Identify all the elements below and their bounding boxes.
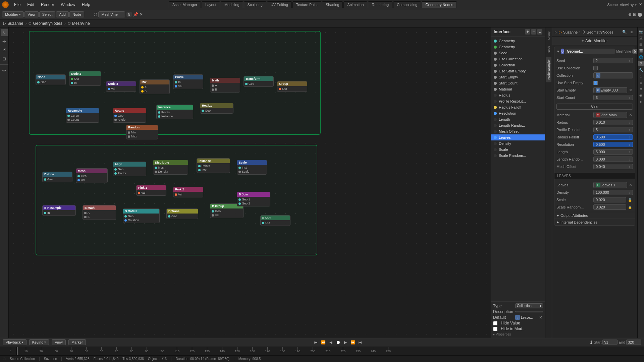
playback-btn[interactable]: Playback xyxy=(3,339,26,345)
scale-random-value[interactable]: 0.020 xyxy=(593,204,626,210)
iface-item-5[interactable]: Use Start Empty xyxy=(491,68,545,74)
next-frame-btn[interactable]: ⏩ xyxy=(350,339,356,345)
node-3[interactable]: Node 3 Val xyxy=(106,81,136,92)
node-b6[interactable]: Scale Inst Scale xyxy=(237,160,267,175)
start-empty-clear-btn[interactable]: ✕ xyxy=(628,88,633,93)
stop-btn[interactable]: ⏺ xyxy=(335,339,341,345)
node-11[interactable]: Instance Points Instance xyxy=(156,105,193,119)
tab-animation[interactable]: Animation xyxy=(343,1,367,8)
node-2[interactable]: Node 2 Out In xyxy=(69,71,101,86)
object-icon[interactable]: ▽ xyxy=(638,61,644,66)
node-b9[interactable]: B Rotate Geo Rotation xyxy=(123,208,160,223)
interface-collapse-btn[interactable]: ⌄ xyxy=(537,29,542,35)
rotate-tool-btn[interactable]: ↺ xyxy=(1,46,8,54)
menu-render[interactable]: Render xyxy=(38,2,57,8)
skip-end-btn[interactable]: ⏭ xyxy=(357,339,363,345)
density-value[interactable]: 100.000 ↕ xyxy=(593,190,633,195)
start-empty-value[interactable]: E Empty.003 xyxy=(593,87,627,93)
iface-item-10[interactable]: Profile Resolut... xyxy=(491,98,545,104)
node-13[interactable]: Random Min Max xyxy=(126,125,158,139)
node-9[interactable]: Resample Curve Count xyxy=(66,108,99,123)
constraints-icon[interactable]: ⊗ xyxy=(638,86,644,92)
node-canvas[interactable]: Node Geo Node 2 Out In Node 3 Val Mix xyxy=(9,27,545,338)
hide-in-mod-checkbox[interactable] xyxy=(493,327,497,331)
node-b7[interactable]: B Resample In xyxy=(42,205,76,216)
particles-icon[interactable]: ◇ xyxy=(638,73,644,79)
add-btn[interactable]: Add xyxy=(56,11,69,17)
iface-item-7[interactable]: Start Count xyxy=(491,80,545,86)
world-icon[interactable]: 🌐 xyxy=(638,54,644,60)
filter-icon-btn[interactable]: ≡ xyxy=(629,29,635,35)
use-start-empty-value[interactable]: ✓ xyxy=(593,81,633,85)
timeline-marks[interactable]: 1 10 20 30 40 50 xyxy=(0,347,644,355)
node-6[interactable]: Math A B xyxy=(210,78,240,93)
node-b5[interactable]: Instance Points Inst xyxy=(197,158,230,173)
tab-uv-editing[interactable]: UV Editing xyxy=(267,1,292,8)
iface-item-9[interactable]: Radius xyxy=(491,92,545,98)
collection-value[interactable]: C xyxy=(593,72,633,78)
menu-help[interactable]: Help xyxy=(79,2,93,8)
grid-icon[interactable]: ⊞ xyxy=(633,12,636,17)
node-editor[interactable]: Node Geo Node 2 Out In Node 3 Val Mix xyxy=(9,27,545,338)
node-1[interactable]: Node Geo xyxy=(36,74,66,85)
radius-falloff-value[interactable]: 0.500 ↕ xyxy=(593,134,633,140)
prev-frame-btn[interactable]: ⏪ xyxy=(320,339,326,345)
vtab-node[interactable]: Node xyxy=(546,43,551,56)
vtab-node-wrangler[interactable]: Node Wrangler xyxy=(546,57,551,82)
view-btn-tl[interactable]: View xyxy=(52,339,66,345)
move-tool-btn[interactable]: ✛ xyxy=(1,38,8,45)
scale-random-lock-icon[interactable]: 🔒 xyxy=(627,204,633,210)
radius-value[interactable]: 0.010 ↕ xyxy=(593,120,633,125)
iface-item-11[interactable]: Radius Falloff xyxy=(491,104,545,110)
breadcrumb-item-1[interactable]: GeometryNodes xyxy=(33,21,62,26)
output-icon[interactable]: 🖼 xyxy=(638,35,644,41)
select-btn[interactable]: Select xyxy=(39,11,56,17)
mesh-offset-value[interactable]: 0.040 ↕ xyxy=(593,164,633,169)
node-pink-1[interactable]: Pink 1 Val xyxy=(136,185,166,196)
iface-item-13[interactable]: Length xyxy=(491,116,545,122)
menu-file[interactable]: File xyxy=(11,2,23,8)
node-10[interactable]: Rotate Geo Angle xyxy=(113,108,146,123)
menu-edit[interactable]: Edit xyxy=(24,2,37,8)
length-rando-value[interactable]: 0.000 ↕ xyxy=(593,157,633,162)
select-tool-btn[interactable]: ↖ xyxy=(1,29,8,36)
node-b1[interactable]: BNode Geo xyxy=(42,172,72,182)
node-pink-2[interactable]: Pink 2 Val xyxy=(173,187,203,197)
breadcrumb-item-0[interactable]: Suzanne xyxy=(7,21,23,26)
tab-shading[interactable]: Shading xyxy=(322,1,343,8)
datablock-name[interactable]: MeshVine xyxy=(98,11,125,17)
material-value[interactable]: M Vine Main xyxy=(593,112,627,118)
data-icon[interactable]: ◉ xyxy=(638,93,644,98)
menu-window[interactable]: Window xyxy=(58,2,78,8)
seed-value[interactable]: 2 ↕ xyxy=(593,58,633,63)
node-b4[interactable]: Distribute Mesh Density xyxy=(153,160,188,175)
output-attributes-section[interactable]: ▸ Output Attributes xyxy=(554,212,635,219)
resolution-value[interactable]: 0.500 ↕ xyxy=(593,142,633,147)
iface-item-18[interactable]: Scale xyxy=(491,146,545,153)
leaves-clear-btn[interactable]: ✕ xyxy=(628,183,633,187)
node-5[interactable]: Curve In Val xyxy=(173,74,203,89)
tab-asset-manager[interactable]: Asset Manager xyxy=(169,1,201,8)
modifier-strip-icon[interactable]: 🔧 xyxy=(638,67,644,72)
tab-sculpting[interactable]: Sculpting xyxy=(244,1,266,8)
tab-geometry-nodes[interactable]: Geometry Nodes xyxy=(422,1,457,8)
play-back-btn[interactable]: ◀ xyxy=(328,339,334,345)
node-7[interactable]: Transform Geo xyxy=(244,76,274,87)
hidevalue-row[interactable]: Hide Value xyxy=(493,321,543,325)
iface-item-19[interactable]: Scale Random... xyxy=(491,153,545,159)
zoom-icon[interactable]: ⊕ xyxy=(628,12,632,17)
marker-btn[interactable]: Marker xyxy=(68,339,86,345)
vtab-group[interactable]: Group xyxy=(546,29,551,43)
material-clear-btn[interactable]: ✕ xyxy=(628,113,633,117)
pin-icon[interactable]: 📌 xyxy=(133,12,138,17)
interface-remove-btn[interactable]: − xyxy=(531,29,536,35)
node-b12[interactable]: B Join Geo 1 Geo 2 xyxy=(237,192,270,206)
iface-item-8[interactable]: Material xyxy=(491,86,545,92)
iface-item-16[interactable]: Leaves xyxy=(491,134,545,140)
keying-btn[interactable]: Keying xyxy=(29,339,49,345)
add-modifier-btn[interactable]: + Add Modifier xyxy=(552,37,637,45)
iface-item-17[interactable]: Density xyxy=(491,140,545,146)
node-b10[interactable]: B Trans Geo xyxy=(166,208,198,219)
node-8[interactable]: Group Out xyxy=(277,81,307,92)
material-strip-icon[interactable]: ● xyxy=(638,99,644,104)
